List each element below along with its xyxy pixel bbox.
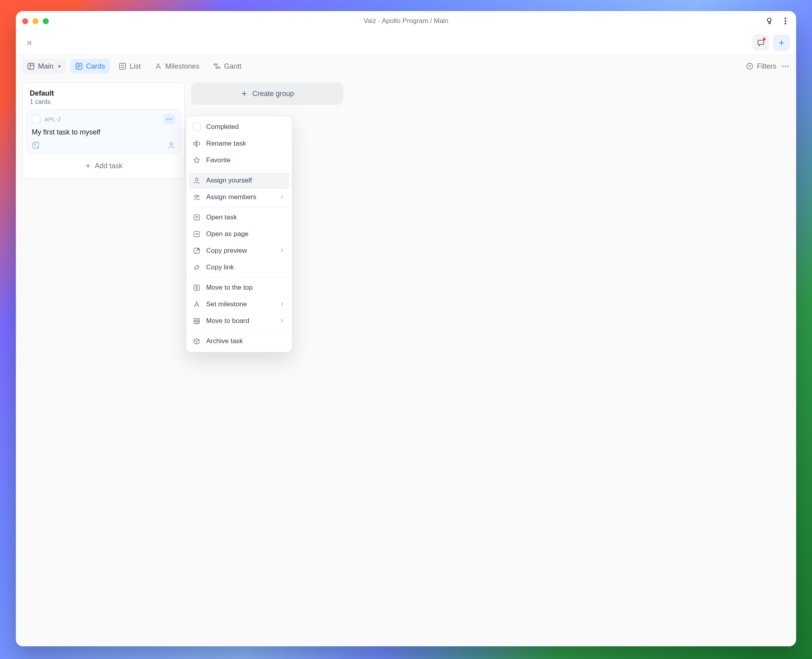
chevron-right-icon [279, 301, 285, 307]
chevron-right-icon [279, 194, 285, 200]
top-icon [193, 284, 201, 292]
tab-gantt[interactable]: Gantt [208, 59, 246, 74]
menu-item-label: Set milestone [206, 300, 247, 308]
close-window-button[interactable] [22, 18, 28, 24]
add-button[interactable] [773, 35, 790, 51]
task-context-menu: CompletedRename taskFavoriteAssign yours… [186, 116, 292, 352]
menu-item-rename[interactable]: Rename task [189, 135, 289, 152]
column-title: Default [27, 88, 180, 98]
add-task-button[interactable]: Add task [27, 159, 180, 173]
checkbox-icon [193, 123, 201, 131]
menu-item-copy_preview[interactable]: Copy preview [189, 242, 289, 259]
board-icon [193, 317, 201, 325]
view-more-button[interactable] [781, 62, 790, 71]
browser-more-icon[interactable] [781, 17, 790, 25]
menu-separator [190, 277, 289, 278]
menu-separator [190, 331, 289, 331]
chat-button[interactable] [753, 35, 769, 51]
task-more-button[interactable] [163, 114, 175, 124]
tab-label: Milestones [165, 62, 199, 71]
menu-item-label: Assign members [206, 193, 257, 201]
people-icon [193, 193, 201, 201]
rename-icon [193, 140, 201, 148]
tab-label: Gantt [224, 62, 241, 71]
menu-item-copy_link[interactable]: Copy link [189, 259, 289, 276]
menu-item-set_ms[interactable]: Set milestone [189, 296, 289, 313]
menu-item-label: Archive task [206, 337, 243, 345]
filters-button[interactable]: Filters [746, 62, 776, 71]
tab-cards[interactable]: Cards [70, 59, 110, 74]
filters-label: Filters [757, 62, 776, 71]
view-tabs: Main ▼ Cards List Milestones Gantt [16, 55, 796, 78]
chevron-right-icon [279, 318, 285, 324]
menu-item-open_task[interactable]: Open task [189, 209, 289, 226]
app-toolbar [16, 31, 796, 55]
tab-milestones[interactable]: Milestones [149, 59, 204, 74]
external-icon [193, 247, 201, 255]
menu-separator [190, 207, 289, 207]
task-title: My first task to myself [32, 128, 175, 136]
create-group-label: Create group [252, 90, 294, 98]
view-selector-label: Main [38, 62, 54, 71]
milestone-icon [193, 300, 201, 308]
menu-item-label: Completed [206, 123, 239, 131]
column-count: 1 cards [27, 98, 180, 110]
menu-item-label: Open as page [206, 230, 249, 238]
minimize-window-button[interactable] [33, 18, 38, 24]
menu-item-label: Move to board [206, 317, 249, 325]
notification-dot [763, 38, 766, 40]
window-controls [22, 18, 49, 24]
task-card[interactable]: APL-2 My first task to myself [27, 110, 180, 154]
menu-item-completed[interactable]: Completed [189, 119, 289, 135]
menu-separator [190, 170, 289, 171]
menu-item-move_top[interactable]: Move to the top [189, 279, 289, 296]
tab-list[interactable]: List [114, 59, 146, 74]
maximize-window-button[interactable] [43, 18, 49, 24]
open-icon [193, 213, 201, 221]
archive-icon [193, 337, 201, 345]
titlebar: Vaiz - Apollo Program / Main [16, 11, 796, 31]
menu-item-open_page[interactable]: Open as page [189, 226, 289, 242]
task-checkbox[interactable] [32, 115, 40, 123]
chevron-right-icon [279, 248, 285, 254]
subtasks-icon[interactable] [32, 141, 40, 149]
task-id: APL-2 [44, 116, 61, 123]
menu-item-label: Copy link [206, 263, 234, 271]
app-window: Vaiz - Apollo Program / Main [16, 11, 796, 646]
menu-item-label: Favorite [206, 156, 230, 164]
add-task-label: Add task [95, 162, 123, 170]
extension-icon[interactable] [765, 17, 774, 25]
menu-item-label: Rename task [206, 140, 246, 148]
menu-item-favorite[interactable]: Favorite [189, 152, 289, 169]
person-icon [193, 177, 201, 184]
star-icon [193, 156, 201, 164]
tab-label: List [130, 62, 141, 71]
create-group-button[interactable]: Create group [191, 83, 343, 105]
board-area: Default 1 cards APL-2 My first task to m… [16, 78, 796, 646]
menu-item-move_board[interactable]: Move to board [189, 313, 289, 329]
link-icon [193, 263, 201, 271]
expand-sidebar-button[interactable] [22, 36, 36, 50]
menu-item-label: Move to the top [206, 284, 253, 292]
page-icon [193, 230, 201, 238]
chevron-down-icon: ▼ [57, 64, 61, 69]
menu-item-archive[interactable]: Archive task [189, 333, 289, 350]
menu-item-label: Assign yourself [206, 177, 252, 184]
menu-item-assign_members[interactable]: Assign members [189, 189, 289, 206]
tab-label: Cards [86, 62, 105, 71]
window-title: Vaiz - Apollo Program / Main [364, 17, 448, 25]
view-selector[interactable]: Main ▼ [22, 59, 66, 74]
menu-item-label: Copy preview [206, 247, 247, 255]
board-column: Default 1 cards APL-2 My first task to m… [22, 83, 185, 179]
menu-item-assign_self[interactable]: Assign yourself [189, 172, 289, 189]
menu-item-label: Open task [206, 213, 237, 221]
assignee-icon[interactable] [167, 141, 175, 149]
